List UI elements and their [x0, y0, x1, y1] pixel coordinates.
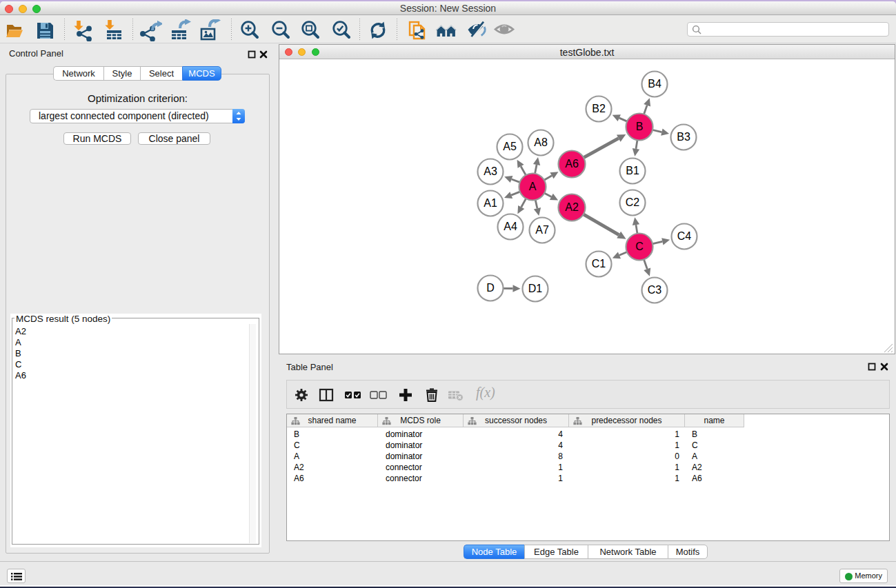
svg-text:D1: D1 — [528, 283, 543, 294]
svg-text:A4: A4 — [504, 221, 517, 232]
svg-text:B: B — [636, 121, 644, 132]
svg-text:A5: A5 — [503, 141, 517, 152]
svg-text:B4: B4 — [648, 78, 661, 90]
svg-text:A: A — [529, 181, 537, 192]
svg-text:D: D — [486, 282, 495, 294]
svg-text:A2: A2 — [565, 201, 579, 213]
svg-text:C3: C3 — [648, 284, 662, 296]
svg-text:B1: B1 — [626, 165, 639, 176]
svg-text:B3: B3 — [677, 131, 690, 143]
svg-text:B2: B2 — [592, 103, 606, 114]
svg-text:A7: A7 — [535, 224, 549, 236]
svg-text:C4: C4 — [677, 230, 692, 242]
svg-text:A8: A8 — [534, 136, 548, 148]
svg-text:C2: C2 — [626, 196, 640, 208]
svg-text:C: C — [635, 241, 644, 252]
svg-text:A6: A6 — [565, 158, 579, 170]
svg-text:A1: A1 — [484, 197, 497, 209]
svg-text:A3: A3 — [484, 165, 497, 177]
svg-text:C1: C1 — [592, 258, 606, 270]
